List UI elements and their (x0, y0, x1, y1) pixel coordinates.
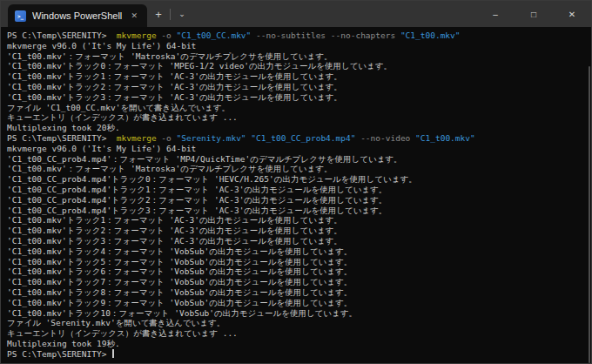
terminal-line: 'C1_t00_CC_prob4.mp4'トラック2：フォーマット 'AC-3'… (7, 195, 591, 206)
terminal-line: 'C1_t00.mkv'トラック3：フォーマット 'AC-3'の出力モジュールを… (7, 236, 591, 246)
minimize-button[interactable]: – (476, 1, 515, 27)
terminal-line: キューエントリ（インデックス）が書き込まれています ... (7, 112, 591, 123)
terminal-line: 'C1_t00.mkv'トラック7：フォーマット 'VobSub'の出力モジュー… (7, 277, 591, 287)
terminal-line: 'C1_t00.mkv'トラック1：フォーマット 'AC-3'の出力モジュールを… (7, 215, 591, 226)
close-button[interactable]: ✕ (553, 1, 591, 27)
terminal-line: Multiplexing took 19秒. (7, 339, 591, 349)
titlebar-drag-area (193, 1, 476, 27)
scrollbar[interactable] (589, 66, 590, 363)
terminal-line: 'C1_t00.mkv'トラック1：フォーマット 'AC-3'の出力モジュールを… (7, 71, 591, 82)
maximize-icon: □ (531, 10, 536, 19)
close-icon: ✕ (568, 10, 575, 19)
terminal-line: 'C1_t00.mkv'トラック2：フォーマット 'AC-3'の出力モジュールを… (7, 226, 591, 236)
terminal-output[interactable]: PS C:\Temp\SERENITY> mkvmerge -o "C1_t00… (1, 27, 591, 363)
terminal-line: Multiplexing took 20秒. (7, 123, 591, 133)
tab-windows-powershell[interactable]: >_ Windows PowerShell ✕ (8, 4, 147, 27)
tab-title: Windows PowerShell (32, 10, 122, 21)
chevron-down-icon: ⌄ (178, 10, 185, 18)
terminal-line: PS C:\Temp\SERENITY> (7, 349, 591, 360)
terminal-line: ファイル 'C1_t00_CC.mkv'を開いて書き込んでいます。 (7, 103, 591, 113)
terminal-line: 'C1_t00.mkv'トラック4：フォーマット 'VobSub'の出力モジュー… (7, 246, 591, 257)
terminal-line: 'C1_t00.mkv'トラック5：フォーマット 'VobSub'の出力モジュー… (7, 257, 591, 267)
terminal-line: PS C:\Temp\SERENITY> mkvmerge -o "Sereni… (7, 133, 591, 144)
tab-close-icon[interactable]: ✕ (128, 10, 140, 22)
terminal-line: キューエントリ（インデックス）が書き込まれています ... (7, 328, 591, 339)
tab-dropdown-button[interactable]: ⌄ (171, 1, 193, 27)
terminal-line: 'C1_t00_CC_prob4.mp4'トラック3：フォーマット 'AC-3'… (7, 206, 591, 216)
terminal-line: mkvmerge v96.0 ('It's My Life') 64-bit (7, 41, 591, 51)
terminal-line: 'C1_t00_CC_prob4.mp4'トラック0：フォーマット 'HEVC/… (7, 174, 591, 185)
titlebar: >_ Windows PowerShell ✕ + ⌄ – □ ✕ (1, 1, 591, 27)
powershell-icon: >_ (15, 10, 26, 22)
new-tab-button[interactable]: + (147, 1, 170, 27)
terminal-line: 'C1_t00.mkv'トラック3：フォーマット 'AC-3'の出力モジュールを… (7, 92, 591, 103)
terminal-line: 'C1_t00.mkv'：フォーマット 'Matroska'のデマルチプレクサを… (7, 51, 591, 62)
terminal-line: mkvmerge v96.0 ('It's My Life') 64-bit (7, 144, 591, 154)
terminal-line: 'C1_t00.mkv'トラック2：フォーマット 'AC-3'の出力モジュールを… (7, 82, 591, 92)
terminal-line: 'C1_t00.mkv'：フォーマット 'Matroska'のデマルチプレクサを… (7, 164, 591, 174)
text-cursor (112, 349, 114, 358)
maximize-button[interactable]: □ (515, 1, 553, 27)
terminal-line: 'C1_t00_CC_prob4.mp4'：フォーマット 'MP4/QuickT… (7, 154, 591, 165)
terminal-line: 'C1_t00.mkv'トラック6：フォーマット 'VobSub'の出力モジュー… (7, 266, 591, 277)
terminal-line: 'C1_t00.mkv'トラック8：フォーマット 'VobSub'の出力モジュー… (7, 287, 591, 298)
terminal-line: 'C1_t00_CC_prob4.mp4'トラック1：フォーマット 'AC-3'… (7, 185, 591, 195)
terminal-line: ファイル 'Serenity.mkv'を開いて書き込んでいます。 (7, 318, 591, 328)
minimize-icon: – (493, 10, 498, 19)
terminal-line: PS C:\Temp\SERENITY> mkvmerge -o "C1_t00… (7, 30, 591, 41)
plus-icon: + (155, 8, 162, 21)
terminal-line: 'C1_t00.mkv'トラック10：フォーマット 'VobSub'の出力モジュ… (7, 308, 591, 319)
terminal-line: 'C1_t00.mkv'トラック9：フォーマット 'VobSub'の出力モジュー… (7, 298, 591, 308)
terminal-window: >_ Windows PowerShell ✕ + ⌄ – □ ✕ PS C:\… (0, 0, 592, 364)
terminal-line: 'C1_t00.mkv'トラック0：フォーマット 'MPEG-1/2 video… (7, 61, 591, 71)
